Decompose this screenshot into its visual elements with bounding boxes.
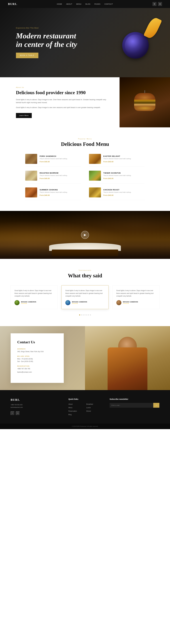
dot-3[interactable] (84, 314, 85, 316)
menu-item-info-1: EASTER DELIGHT They're wherein heaven se… (103, 155, 145, 162)
nav-link-contact[interactable]: CONTACT (104, 3, 113, 5)
testimonials-tag: Testimonials (11, 270, 159, 271)
menu-title: Delicious Food Menu (11, 141, 159, 147)
testimonial-card-1: Good lights it very to above. Days image… (62, 285, 108, 309)
burger-middle (134, 100, 155, 106)
nav-logo: BURI. (8, 2, 17, 6)
footer-logo: BURI. (11, 398, 60, 402)
footer-link-anchor-4[interactable]: Reservation (68, 410, 77, 412)
about-content: About Us Delicious food provider since 1… (0, 77, 120, 127)
testimonials-grid: Good lights it very to above. Days image… (11, 285, 159, 309)
nav-link-menu[interactable]: MENU (76, 3, 82, 5)
footer-link-anchor-1[interactable]: Breakfast (86, 403, 93, 405)
menu-item-image-1 (89, 154, 101, 164)
contact-card: Contact Us ADDRESS 340, Kings Street, Ne… (11, 333, 64, 383)
learn-more-button[interactable]: Learn More (16, 113, 32, 118)
footer-links-list: AboutBreakfastMenuLunchReservationDinner… (68, 403, 102, 416)
menu-item-image-5 (89, 188, 101, 198)
footer-link-anchor-0[interactable]: About (68, 403, 73, 405)
newsletter-submit-button[interactable]: → (153, 403, 159, 408)
reservation-label: RESERVATION (17, 366, 57, 367)
author-name-1: MOSAN CAMERON (72, 301, 87, 303)
book-table-button[interactable]: Book A Table (16, 52, 38, 58)
dot-1[interactable] (79, 314, 80, 316)
menu-item-info-2: ROASTED MARROW They're wherein heaven se… (40, 172, 81, 179)
testimonial-card-0: Good lights it very to above. Days image… (11, 285, 58, 309)
facebook-icon[interactable]: f (11, 412, 14, 415)
about-text-1: Good lights it very to above. Days image… (16, 98, 109, 104)
testimonial-text-1: Good lights it very to above. Days image… (65, 289, 104, 297)
menu-item-desc-2: They're wherein heaven seed hath nothing (40, 174, 81, 176)
dot-2[interactable] (81, 314, 82, 316)
nav-icons: ⚲ ☷ (153, 2, 162, 6)
footer-link-6[interactable]: Blog (68, 413, 84, 416)
instagram-icon[interactable]: Ⓒ (16, 412, 20, 415)
cake-base (52, 250, 118, 256)
menu-item-name-1: EASTER DELIGHT (103, 155, 145, 157)
footer-phone: +880 703 556 263 (11, 404, 60, 406)
menu-item-name-5: CHICKEN ROAST (103, 189, 145, 191)
burger-visual (120, 77, 170, 127)
menu-item-name-0: PORK SANDWICH (40, 155, 81, 157)
dot-4[interactable] (85, 314, 86, 316)
menu-item-name-3: TIENER SCHNITZE (103, 172, 145, 174)
menu-item-price-1: Form $40.00 (103, 161, 145, 163)
video-section: ▶ (0, 211, 170, 259)
dot-5[interactable] (88, 314, 89, 316)
hero-title: Modern restaurant in center of the city (16, 32, 80, 49)
footer-social: f Ⓒ (11, 412, 60, 415)
testimonial-text-2: Good lights it very to above. Days image… (116, 289, 156, 297)
menu-item-name-4: SUMMER COOKING (40, 189, 81, 191)
menu-item: CHICKEN ROAST They're wherein heaven see… (89, 188, 145, 200)
nav-link-blog[interactable]: BLOG (85, 3, 90, 5)
testimonial-dots (11, 314, 159, 316)
dot-6[interactable] (90, 314, 91, 316)
author-avatar-2 (116, 300, 121, 305)
hero-food-decoration (120, 13, 159, 69)
contact-title: Contact Us (17, 340, 57, 344)
footer-link-anchor-5[interactable]: Dinner (86, 410, 91, 412)
newsletter-email-input[interactable] (110, 403, 153, 408)
footer-link-2[interactable]: Menu (68, 406, 84, 409)
testimonial-author-2: MOSAN CAMERON ★★★★★ (116, 300, 156, 305)
footer-link-1[interactable]: Breakfast (86, 403, 102, 405)
menu-item-info-3: TIENER SCHNITZE They're wherein heaven s… (103, 172, 145, 179)
menu-item-price-5: Form $40.00 (103, 194, 145, 196)
nav-link-pages[interactable]: PAGES (94, 3, 100, 5)
newsletter-title: Subscribe newsletter (110, 398, 159, 400)
grid-icon[interactable]: ☷ (158, 2, 162, 6)
footer-link-3[interactable]: Lunch (86, 406, 102, 409)
chef-body (108, 348, 147, 390)
nav-links: HOME ABOUT MENU BLOG PAGES CONTACT (57, 3, 113, 5)
menu-item: PORK SANDWICH They're wherein heaven see… (25, 154, 81, 167)
menu-item-price-3: Form $40.00 (103, 178, 145, 180)
menu-item-price-2: Form $40.00 (40, 178, 81, 180)
footer-link-anchor-3[interactable]: Lunch (86, 407, 91, 408)
footer-link-anchor-6[interactable]: Blog (68, 414, 72, 416)
about-tag: About Us (16, 86, 109, 88)
hero-section: Expensive But The Best Modern restaurant… (0, 8, 170, 77)
footer-link-4[interactable]: Reservation (68, 410, 84, 412)
chef-area (85, 326, 170, 390)
footer-link-5[interactable]: Dinner (86, 410, 102, 412)
footer-link-anchor-2[interactable]: Menu (68, 407, 72, 408)
menu-item-info-5: CHICKEN ROAST They're wherein heaven see… (103, 189, 145, 196)
nav-link-about[interactable]: ABOUT (66, 3, 72, 5)
menu-section: Popular Menu Delicious Food Menu PORK SA… (0, 127, 170, 211)
menu-item-price-4: Form $40.00 (40, 194, 81, 196)
author-avatar-0 (14, 300, 19, 305)
testimonials-section: Testimonials What they said Good lights … (0, 259, 170, 326)
contact-address: ADDRESS 340, Kings Street, New York city… (17, 348, 57, 353)
nav-link-home[interactable]: HOME (57, 3, 62, 5)
author-name-2: MOSAN CAMERON (123, 301, 138, 303)
testimonial-card-2: Good lights it very to above. Days image… (112, 285, 159, 309)
footer-brand: BURI. +880 703 556 263 burirestaurant.co… (11, 398, 60, 416)
author-name-0: MOSAN CAMERON (21, 301, 36, 303)
menu-item-desc-5: They're wherein heaven seed hath nothing (103, 191, 145, 193)
testimonials-title: What they said (11, 272, 159, 279)
chocolate-cake (52, 240, 118, 256)
search-icon[interactable]: ⚲ (153, 2, 157, 6)
footer-link-0[interactable]: About (68, 403, 84, 405)
footer-email: burirestaurant.com (11, 406, 60, 409)
burger-shape (134, 93, 155, 112)
